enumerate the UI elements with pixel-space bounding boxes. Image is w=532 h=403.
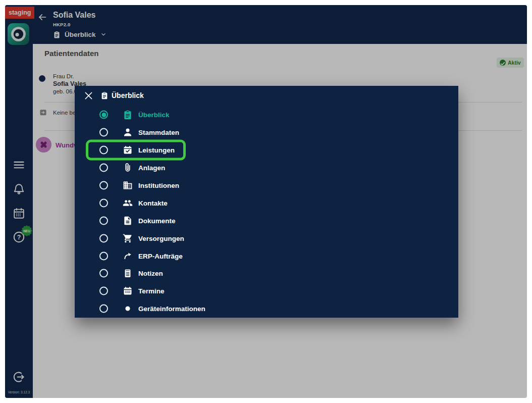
section-option[interactable]: Versorgungen [75, 229, 458, 247]
calendar-grid-icon [123, 286, 133, 296]
cart-icon [123, 233, 133, 243]
modal-header: Überblick [75, 86, 458, 106]
section-option-label: Dokumente [138, 217, 176, 224]
calendar-check-icon [123, 145, 133, 155]
close-icon [83, 90, 94, 101]
section-option[interactable]: Termine [75, 282, 458, 300]
curved-arrow-icon [123, 251, 133, 261]
section-option-label: Termine [138, 287, 165, 295]
people-icon [123, 198, 133, 208]
section-option-label: ERP-Aufträge [138, 252, 183, 260]
document-icon [123, 216, 133, 226]
section-option[interactable]: Dokumente [75, 212, 458, 229]
section-option[interactable]: Kontakte [75, 194, 458, 212]
section-option[interactable]: Leistungen [75, 141, 458, 159]
notepad-icon [123, 268, 133, 278]
section-option[interactable]: Anlagen [75, 159, 458, 177]
section-option-label: Geräteinformationen [138, 305, 205, 313]
app-window: ? NEU Version: 3.12.3 staging Sofia Vale… [5, 5, 527, 398]
radio-button [99, 111, 108, 119]
section-option-label: Institutionen [138, 182, 179, 189]
paperclip-icon [123, 163, 133, 173]
section-option-label: Versorgungen [138, 234, 184, 242]
radio-button [99, 128, 108, 137]
section-option[interactable]: Institutionen [75, 177, 458, 194]
building-icon [123, 180, 133, 190]
radio-button [99, 216, 108, 225]
section-option[interactable]: Stammdaten [75, 124, 458, 141]
clipboard-icon [100, 91, 109, 99]
section-option-label: Anlagen [138, 164, 165, 172]
radio-button [99, 269, 108, 278]
radio-button [99, 305, 108, 313]
section-option-label: Leistungen [138, 146, 175, 154]
section-option-label: Kontakte [138, 199, 168, 207]
section-picker-modal: Überblick Überblick Stammdaten Leistunge… [75, 86, 458, 318]
radio-button [99, 198, 108, 207]
radio-button [99, 181, 108, 190]
modal-title: Überblick [112, 91, 144, 99]
radio-button [99, 146, 108, 155]
section-option[interactable]: ERP-Aufträge [75, 247, 458, 265]
section-list: Überblick Stammdaten Leistungen Anlagen … [75, 106, 458, 318]
radio-button [99, 164, 108, 172]
section-option[interactable]: Überblick [75, 106, 458, 124]
section-option[interactable]: Notizen [75, 265, 458, 282]
clipboard-icon [123, 110, 133, 120]
section-option-label: Stammdaten [138, 129, 179, 136]
radio-button [99, 287, 108, 295]
close-button[interactable] [83, 90, 94, 101]
section-option-label: Überblick [138, 111, 170, 119]
dot-icon [123, 304, 133, 314]
section-option[interactable]: Geräteinformationen [75, 300, 458, 318]
radio-button [99, 251, 108, 260]
section-option-label: Notizen [138, 270, 163, 277]
radio-button [99, 234, 108, 242]
person-icon [123, 127, 133, 137]
